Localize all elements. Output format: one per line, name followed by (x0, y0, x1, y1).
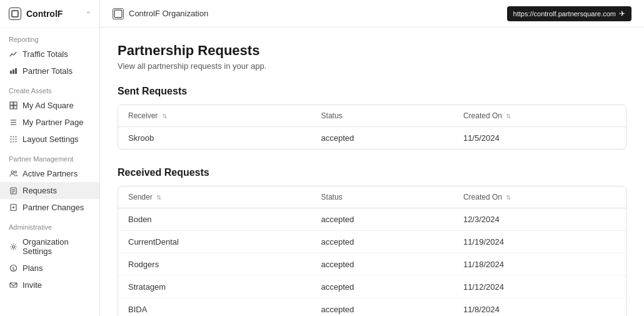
table-row: Stratagem accepted 11/12/2024 (118, 276, 626, 298)
plans-label: Plans (23, 263, 43, 273)
col-header-status: Status (311, 105, 453, 127)
sidebar-section-partner-management: Partner Management Active Partners Reque… (0, 148, 99, 216)
sent-requests-tbody: Skroob accepted 11/5/2024 (118, 127, 626, 150)
svg-rect-1 (10, 71, 12, 74)
sidebar-item-org-settings[interactable]: Organization Settings (0, 233, 99, 260)
sidebar-item-invite[interactable]: Invite (0, 277, 99, 293)
cell-status: accepted (311, 276, 453, 298)
logo-icon (9, 8, 21, 20)
external-link-icon: ✈ (619, 9, 625, 18)
sidebar: ControlF ⌃ Reporting Traffic Totals Part… (0, 0, 100, 316)
org-name: ControlF Organization (129, 9, 208, 18)
sidebar-item-layout-settings[interactable]: Layout Settings (0, 131, 99, 148)
topbar: ControlF Organization https://controlf.p… (100, 0, 644, 28)
sidebar-section-administrative: Administrative Organization Settings $ P… (0, 216, 99, 293)
sidebar-section-reporting: Reporting Traffic Totals Partner Totals (0, 28, 99, 79)
my-ad-square-label: My Ad Square (23, 101, 74, 110)
col-header-sender[interactable]: Sender ⇅ (118, 186, 311, 208)
section-label-create-assets: Create Assets (0, 79, 99, 97)
sidebar-item-my-ad-square[interactable]: My Ad Square (0, 97, 99, 114)
received-requests-header-row: Sender ⇅ Status Created On ⇅ (118, 186, 626, 208)
cell-status: accepted (311, 208, 453, 231)
logo-chevron: ⌃ (86, 11, 91, 18)
svg-rect-0 (12, 11, 18, 17)
grid-icon (9, 101, 18, 110)
sent-requests-table-container: Receiver ⇅ Status Created On ⇅ Skroob (118, 104, 626, 150)
svg-point-14 (10, 139, 11, 140)
my-partner-page-label: My Partner Page (23, 118, 84, 127)
sidebar-item-plans[interactable]: $ Plans (0, 260, 99, 277)
cell-created-on: 11/5/2024 (453, 127, 626, 150)
svg-point-18 (13, 141, 14, 143)
svg-point-11 (10, 136, 11, 138)
url-button[interactable]: https://controlf.partnersquare.com ✈ (507, 6, 631, 21)
svg-rect-7 (14, 106, 17, 109)
invite-label: Invite (23, 280, 42, 290)
cell-status: accepted (311, 231, 453, 253)
list-icon (9, 118, 18, 127)
receiver-sort-icon: ⇅ (162, 113, 167, 120)
requests-label: Requests (23, 186, 57, 195)
table-row: Skroob accepted 11/5/2024 (118, 127, 626, 150)
svg-point-12 (13, 136, 14, 138)
gear-icon (9, 242, 18, 251)
svg-rect-33 (114, 10, 122, 18)
cell-sender: CurrentDental (118, 231, 311, 253)
sent-requests-table: Receiver ⇅ Status Created On ⇅ Skroob (118, 105, 626, 149)
partner-totals-label: Partner Totals (23, 66, 73, 76)
svg-rect-6 (10, 106, 13, 109)
content-area: Partnership Requests View all partnershi… (100, 28, 644, 316)
cell-sender: Boden (118, 208, 311, 231)
svg-rect-4 (10, 102, 13, 105)
sidebar-logo[interactable]: ControlF ⌃ (0, 0, 99, 28)
cell-created-on: 11/8/2024 (453, 298, 626, 317)
col-header-status-received: Status (311, 186, 453, 208)
cell-receiver: Skroob (118, 127, 311, 150)
col-header-created-on[interactable]: Created On ⇅ (453, 105, 626, 127)
chart-line-icon (9, 50, 18, 59)
url-button-label: https://controlf.partnersquare.com (513, 10, 616, 18)
section-label-reporting: Reporting (0, 28, 99, 46)
cell-sender: BIDA (118, 298, 311, 317)
table-row: BIDA accepted 11/8/2024 (118, 298, 626, 317)
created-sort-icon: ⇅ (506, 113, 511, 120)
logo-label: ControlF (26, 9, 63, 19)
svg-point-15 (13, 139, 14, 140)
svg-point-13 (15, 136, 16, 138)
cell-status: accepted (311, 253, 453, 276)
sender-sort-icon: ⇅ (156, 194, 161, 201)
sidebar-item-active-partners[interactable]: Active Partners (0, 165, 99, 182)
sidebar-item-partner-changes[interactable]: Partner Changes (0, 199, 99, 216)
org-icon (113, 8, 124, 19)
svg-point-17 (10, 141, 11, 143)
grid-dots-icon (9, 135, 18, 144)
received-requests-table: Sender ⇅ Status Created On ⇅ Boden (118, 186, 626, 316)
svg-point-29 (12, 245, 14, 248)
table-row: Rodgers accepted 11/18/2024 (118, 253, 626, 276)
col-header-created-on-received[interactable]: Created On ⇅ (453, 186, 626, 208)
svg-point-19 (15, 141, 16, 143)
sidebar-item-traffic-totals[interactable]: Traffic Totals (0, 46, 99, 63)
partner-changes-label: Partner Changes (23, 203, 84, 212)
sidebar-item-my-partner-page[interactable]: My Partner Page (0, 114, 99, 131)
traffic-totals-label: Traffic Totals (23, 49, 68, 59)
svg-point-16 (15, 139, 16, 140)
main-content: ControlF Organization https://controlf.p… (100, 0, 644, 316)
envelope-icon (9, 281, 18, 290)
section-label-partner-management: Partner Management (0, 148, 99, 165)
svg-point-21 (14, 171, 16, 173)
dollar-icon: $ (9, 264, 18, 273)
sidebar-item-requests[interactable]: Requests (0, 182, 99, 199)
cell-created-on: 11/18/2024 (453, 253, 626, 276)
cell-sender: Stratagem (118, 276, 311, 298)
svg-rect-3 (15, 68, 17, 74)
sent-requests-header-row: Receiver ⇅ Status Created On ⇅ (118, 105, 626, 127)
file-diff-icon (9, 203, 18, 212)
col-header-receiver[interactable]: Receiver ⇅ (118, 105, 311, 127)
table-row: CurrentDental accepted 11/19/2024 (118, 231, 626, 253)
cell-status: accepted (311, 127, 453, 150)
svg-rect-5 (14, 102, 17, 105)
sidebar-item-partner-totals[interactable]: Partner Totals (0, 63, 99, 79)
cell-sender: Rodgers (118, 253, 311, 276)
clipboard-icon (9, 186, 18, 195)
